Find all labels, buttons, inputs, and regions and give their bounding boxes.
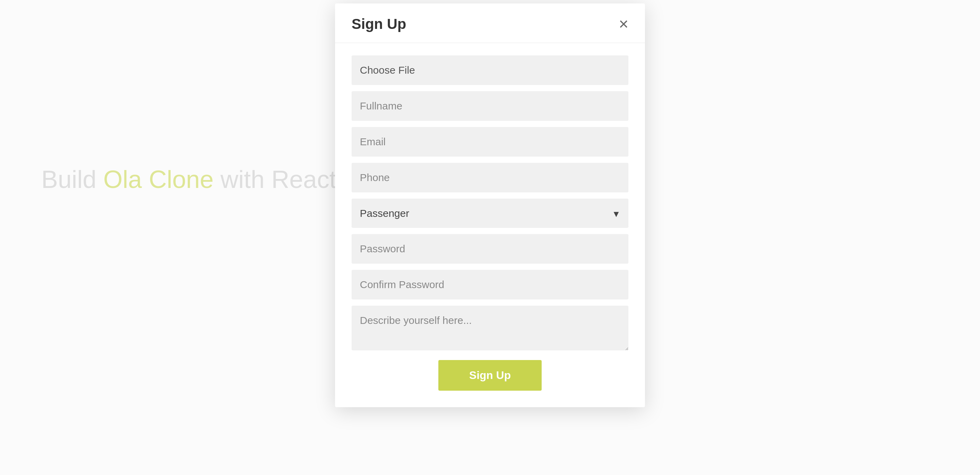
file-input-area[interactable]: Choose File	[352, 56, 628, 85]
modal-close-button[interactable]: ×	[619, 16, 628, 32]
modal-title: Sign Up	[352, 16, 406, 32]
fullname-input[interactable]	[352, 91, 628, 121]
role-select-wrapper: Passenger Driver	[352, 199, 628, 228]
description-textarea[interactable]	[352, 306, 628, 350]
modal-backdrop: Sign Up × Choose File Passenger Driver	[0, 0, 980, 475]
signup-button[interactable]: Sign Up	[438, 360, 542, 391]
signup-modal: Sign Up × Choose File Passenger Driver	[335, 3, 645, 407]
confirm-password-input[interactable]	[352, 270, 628, 299]
role-select[interactable]: Passenger Driver	[352, 199, 628, 228]
email-input[interactable]	[352, 127, 628, 157]
modal-body: Choose File Passenger Driver	[335, 43, 645, 407]
modal-header: Sign Up ×	[335, 3, 645, 43]
phone-input[interactable]	[352, 163, 628, 192]
choose-file-label: Choose File	[360, 64, 415, 76]
password-input[interactable]	[352, 234, 628, 264]
